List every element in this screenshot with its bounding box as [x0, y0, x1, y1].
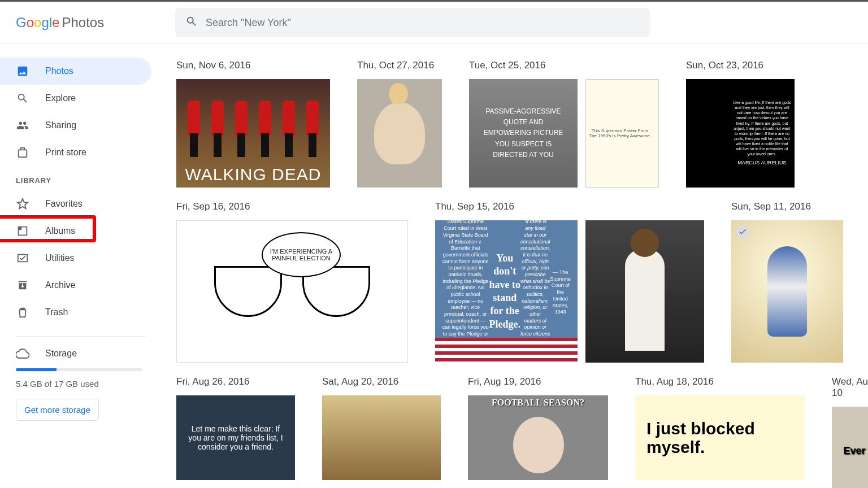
- thumb-attrib: — The Supreme Court of the United States…: [550, 269, 571, 316]
- app-name: Photos: [62, 15, 104, 30]
- photo-thumbnail[interactable]: Let me make this clear: If you are on my…: [176, 395, 295, 480]
- date-label[interactable]: Thu, Oct 27, 2016: [357, 60, 442, 71]
- storage-label: Storage: [45, 348, 77, 359]
- archive-icon: [16, 278, 29, 292]
- date-group: Fri, Aug 26, 2016 Let me make this clear…: [176, 376, 295, 488]
- thumb-author: MARCUS AURELIUS: [733, 160, 791, 167]
- nav-albums[interactable]: Albums: [0, 217, 151, 245]
- utilities-icon: [16, 251, 29, 265]
- nav-explore[interactable]: Explore: [0, 85, 151, 112]
- date-group: Thu, Aug 18, 2016 I just blocked myself.: [635, 376, 805, 488]
- date-label[interactable]: Sat, Aug 20, 2016: [322, 376, 441, 387]
- thumb-caption: This Superman Poster From The 1950's Is …: [586, 126, 654, 141]
- nav-print-store[interactable]: Print store: [0, 139, 151, 166]
- nav-label: Print store: [45, 147, 86, 158]
- library-section-label: LIBRARY: [0, 166, 158, 190]
- albums-icon: [16, 224, 29, 238]
- nav-photos[interactable]: Photos: [0, 58, 151, 85]
- date-group: Thu, Oct 27, 2016: [357, 60, 442, 188]
- explore-icon: [16, 91, 29, 105]
- date-group: Tue, Oct 25, 2016 PASSIVE-AGGRESSIVE QUO…: [469, 60, 659, 188]
- cloud-icon: [16, 347, 29, 360]
- photo-thumbnail[interactable]: [731, 220, 843, 363]
- sharing-icon: [16, 119, 29, 132]
- date-label[interactable]: Wed, Aug 10: [832, 376, 868, 399]
- photo-grid: Sun, Nov 6, 2016 WALKING DEAD Thu, Oct 2…: [158, 44, 868, 488]
- photo-thumbnail[interactable]: [322, 395, 441, 480]
- photo-thumbnail[interactable]: FOOTBALL SEASON?: [468, 395, 608, 480]
- nav-label: Trash: [45, 307, 68, 317]
- app-logo[interactable]: Google Photos: [16, 15, 175, 30]
- photo-thumbnail[interactable]: WALKING DEAD: [176, 79, 330, 188]
- top-bar: Google Photos: [0, 0, 868, 44]
- nav-label: Sharing: [45, 120, 76, 130]
- date-group: Sat, Aug 20, 2016: [322, 376, 441, 488]
- storage-section: Storage 5.4 GB of 17 GB used Get more st…: [0, 347, 158, 421]
- nav-label: Utilities: [45, 253, 75, 263]
- photo-thumbnail[interactable]: In 1943, the United States Supreme Court…: [435, 220, 578, 363]
- date-group: Thu, Sep 15, 2016 In 1943, the United St…: [435, 201, 704, 363]
- date-group: Sun, Sep 11, 2016: [731, 201, 843, 363]
- photo-thumbnail[interactable]: Ever: [832, 407, 868, 488]
- photo-thumbnail[interactable]: Live a good life. If there are gods and …: [686, 79, 795, 188]
- nav-label: Albums: [45, 226, 75, 236]
- thumb-caption: Let me make this clear: If you are on my…: [184, 424, 287, 451]
- date-group: Sun, Oct 23, 2016 Live a good life. If t…: [686, 60, 795, 188]
- nav-label: Favorites: [45, 199, 83, 209]
- photos-icon: [16, 64, 29, 78]
- date-label[interactable]: Thu, Aug 18, 2016: [635, 376, 805, 387]
- get-more-storage-button[interactable]: Get more storage: [16, 399, 99, 421]
- thumb-headline: You don't have to stand for the Pledge.: [489, 252, 520, 331]
- thumb-caption: I'M EXPERIENCING A PAINFUL ELECTION: [262, 232, 341, 277]
- date-label[interactable]: Fri, Sep 16, 2016: [176, 201, 408, 212]
- thumb-caption: Live a good life. If there are gods and …: [733, 100, 791, 156]
- thumb-caption: FOOTBALL SEASON?: [468, 398, 608, 408]
- date-group: Fri, Sep 16, 2016 I'M EXPERIENCING A PAI…: [176, 201, 408, 363]
- photo-thumbnail[interactable]: I'M EXPERIENCING A PAINFUL ELECTION: [176, 220, 408, 363]
- date-label[interactable]: Thu, Sep 15, 2016: [435, 201, 704, 212]
- search-icon: [185, 15, 198, 30]
- storage-bar: [16, 368, 142, 371]
- nav-label: Archive: [45, 280, 75, 290]
- date-label[interactable]: Fri, Aug 26, 2016: [176, 376, 295, 387]
- date-label[interactable]: Sun, Nov 6, 2016: [176, 60, 330, 71]
- date-label[interactable]: Fri, Aug 19, 2016: [468, 376, 608, 387]
- date-label[interactable]: Sun, Sep 11, 2016: [731, 201, 843, 212]
- photo-thumbnail[interactable]: I just blocked myself.: [635, 395, 805, 480]
- thumb-caption: PASSIVE-AGGRESSIVE QUOTE AND EMPOWERING …: [479, 106, 567, 160]
- print-store-icon: [16, 146, 29, 159]
- star-icon: [16, 197, 29, 211]
- photo-thumbnail[interactable]: [585, 220, 704, 363]
- photo-thumbnail[interactable]: This Superman Poster From The 1950's Is …: [585, 79, 659, 188]
- nav-favorites[interactable]: Favorites: [0, 190, 151, 217]
- nav-utilities[interactable]: Utilities: [0, 245, 151, 272]
- nav-trash[interactable]: Trash: [0, 299, 151, 326]
- storage-used-text: 5.4 GB of 17 GB used: [16, 379, 142, 389]
- nav-label: Photos: [45, 66, 73, 76]
- trash-icon: [16, 306, 29, 319]
- search-bar[interactable]: [175, 8, 650, 37]
- sidebar: Photos Explore Sharing Print store LIBRA…: [0, 44, 158, 488]
- thumb-caption: Ever: [843, 445, 865, 457]
- nav-label: Explore: [45, 93, 76, 103]
- search-input[interactable]: [206, 17, 640, 29]
- sidebar-divider: [16, 336, 146, 337]
- date-group: Wed, Aug 10 Ever: [832, 376, 868, 488]
- nav-archive[interactable]: Archive: [0, 272, 151, 299]
- thumb-caption: I just blocked myself.: [646, 419, 793, 456]
- date-label[interactable]: Tue, Oct 25, 2016: [469, 60, 659, 71]
- nav-sharing[interactable]: Sharing: [0, 112, 151, 139]
- select-check-icon[interactable]: [736, 225, 749, 238]
- date-group: Sun, Nov 6, 2016 WALKING DEAD: [176, 60, 330, 188]
- photo-thumbnail[interactable]: [357, 79, 442, 188]
- thumb-caption: WALKING DEAD: [176, 165, 330, 184]
- date-label[interactable]: Sun, Oct 23, 2016: [686, 60, 795, 71]
- date-group: Fri, Aug 19, 2016 FOOTBALL SEASON?: [468, 376, 608, 488]
- photo-thumbnail[interactable]: PASSIVE-AGGRESSIVE QUOTE AND EMPOWERING …: [469, 79, 578, 188]
